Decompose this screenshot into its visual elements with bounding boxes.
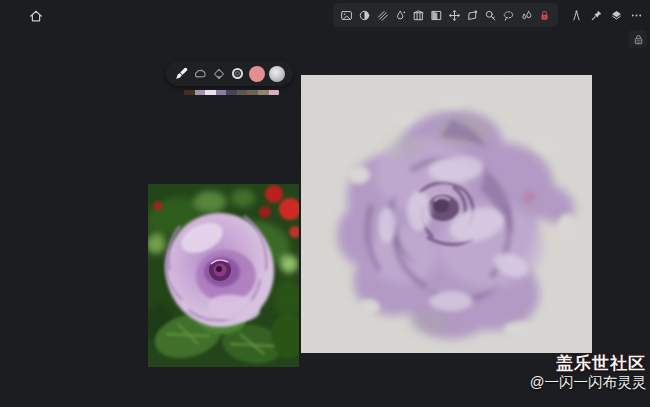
ring-icon (230, 66, 245, 81)
photo-icon (340, 9, 353, 22)
hatch-lines-icon (376, 9, 389, 22)
tool-layers[interactable] (610, 9, 623, 22)
tool-guides[interactable] (570, 9, 583, 22)
reference-photo[interactable] (148, 184, 299, 367)
layers-diamond-icon (610, 9, 623, 22)
pushpin-icon (590, 9, 603, 22)
palette-swatch[interactable] (216, 90, 227, 95)
app-window: 盖乐世社区 @一闪一闪布灵灵 (0, 0, 650, 407)
painting-canvas[interactable] (301, 75, 592, 353)
palette-swatch[interactable] (247, 90, 258, 95)
ellipsis-icon (630, 9, 643, 22)
palette-swatch[interactable] (205, 90, 216, 95)
tool-lasso-select[interactable] (502, 9, 515, 22)
canvas-lock-button[interactable] (629, 30, 647, 48)
move-arrows-icon (448, 9, 461, 22)
secondary-color-swatch[interactable] (269, 66, 285, 82)
palette-swatch[interactable] (258, 90, 269, 95)
paintbrush-icon (174, 66, 189, 81)
menu-more[interactable] (630, 9, 643, 22)
right-tool-group (570, 3, 643, 27)
tool-liquify[interactable] (520, 9, 533, 22)
recent-colors-strip (184, 90, 279, 95)
transform-icon (466, 9, 479, 22)
lock-icon (538, 9, 551, 22)
painted-rose-artwork (301, 75, 592, 353)
door-icon (430, 9, 443, 22)
current-color-swatch[interactable] (249, 66, 265, 82)
brush-tool-active[interactable] (174, 66, 189, 81)
watermark-community: 盖乐世社区 (530, 354, 646, 374)
eraser-icon (212, 67, 226, 81)
blend-cloud-icon (193, 66, 208, 81)
tool-pin[interactable] (590, 9, 603, 22)
palette-swatch[interactable] (269, 90, 280, 95)
compass-icon (570, 9, 583, 22)
watermark-username: @一闪一闪布灵灵 (530, 374, 646, 391)
home-button[interactable] (26, 6, 46, 26)
lasso-icon (502, 9, 515, 22)
tool-lock-active[interactable] (538, 9, 551, 22)
watermark: 盖乐世社区 @一闪一闪布灵灵 (530, 354, 646, 391)
tool-adjust[interactable] (358, 9, 371, 22)
magnifier-icon (484, 9, 497, 22)
grid-lock-icon (632, 33, 645, 46)
home-icon (28, 8, 44, 24)
water-drops-icon (520, 9, 533, 22)
color-target-tool[interactable] (230, 66, 245, 81)
tool-pattern[interactable] (376, 9, 389, 22)
brush-toolbar (166, 61, 293, 86)
tool-move[interactable] (448, 9, 461, 22)
main-toolbar (333, 3, 558, 27)
eraser-tool[interactable] (212, 67, 226, 81)
tool-perspective-frame[interactable] (412, 9, 425, 22)
palette-swatch[interactable] (195, 90, 206, 95)
palette-swatch[interactable] (237, 90, 248, 95)
palette-swatch[interactable] (226, 90, 237, 95)
contrast-icon (358, 9, 371, 22)
tool-paint[interactable] (394, 9, 407, 22)
frame-icon (412, 9, 425, 22)
tool-magnify[interactable] (484, 9, 497, 22)
tool-reference-image[interactable] (340, 9, 353, 22)
palette-swatch[interactable] (184, 90, 195, 95)
tool-flip-canvas[interactable] (430, 9, 443, 22)
rose-photo-image (148, 184, 299, 367)
blend-tool[interactable] (193, 66, 208, 81)
tool-transform[interactable] (466, 9, 479, 22)
droplet-spark-icon (394, 9, 407, 22)
